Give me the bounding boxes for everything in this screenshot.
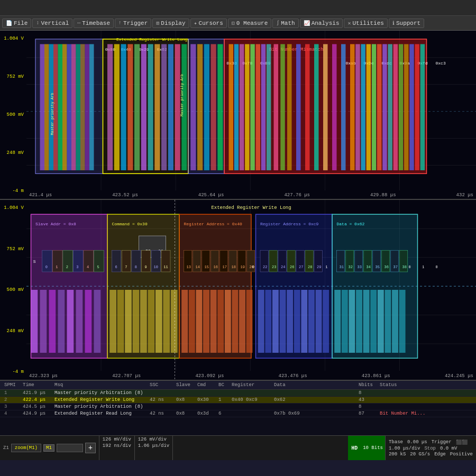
- svg-rect-33: [134, 44, 140, 170]
- svg-rect-145: [133, 290, 140, 353]
- tbase-value: 0.00 μs: [407, 440, 427, 445]
- svg-text:Data = 0x62: Data = 0x62: [337, 222, 365, 226]
- svg-rect-149: [163, 290, 170, 353]
- status-bar: Z1 zoom(M1) M1 + 126 mV/div 192 ns/div 1…: [0, 435, 476, 460]
- y-label-l3: 500 mV: [1, 287, 25, 292]
- svg-rect-65: [267, 44, 271, 170]
- menu-cursors[interactable]: ✦ Cursors: [190, 19, 227, 28]
- measure-icon: ⊡: [232, 20, 235, 26]
- menu-math[interactable]: ∫ Math: [272, 19, 298, 28]
- svg-rect-35: [148, 44, 153, 170]
- svg-text:Master priority Arb: Master priority Arb: [180, 74, 184, 116]
- row2-time: 422.4 μs: [21, 397, 52, 402]
- row4-cmd: 0x3d: [195, 411, 216, 416]
- menu-display[interactable]: ⊞ Display: [152, 19, 189, 28]
- y-label-2: 752 mV: [1, 74, 25, 79]
- upper-x-axis: 421.4 μs 423.52 μs 425.64 μs 427.76 μs 4…: [26, 193, 476, 198]
- zoom-section: Z1 zoom(M1) M1 +: [0, 436, 99, 460]
- sample-rate2: 20 GS/s: [410, 452, 430, 457]
- row2-reg: 0x40 0xc9: [230, 397, 272, 402]
- svg-rect-148: [155, 290, 162, 353]
- svg-rect-118: [31, 290, 38, 353]
- top-bar: [0, 0, 476, 16]
- svg-rect-88: [420, 44, 425, 170]
- svg-text:11: 11: [163, 265, 168, 269]
- svg-rect-199: [280, 290, 286, 353]
- svg-text:0: 0: [45, 265, 48, 269]
- row2-bc: 1: [216, 397, 230, 402]
- svg-text:19: 19: [241, 265, 245, 269]
- svg-rect-37: [161, 44, 167, 170]
- menu-analysis[interactable]: 📈 Analysis: [300, 19, 343, 28]
- y-label-l1: 1.004 V: [1, 205, 25, 210]
- row3-msg: Master priority Arbitration (8): [52, 404, 148, 409]
- svg-rect-227: [349, 290, 355, 353]
- svg-rect-175: [225, 290, 231, 353]
- svg-text:28: 28: [308, 265, 312, 269]
- svg-rect-21: [80, 44, 85, 170]
- svg-rect-59: [234, 44, 239, 170]
- menu-timebase[interactable]: ↔ Timebase: [74, 19, 114, 28]
- svg-rect-229: [363, 290, 370, 353]
- svg-text:16: 16: [214, 265, 218, 269]
- svg-rect-150: [171, 290, 178, 353]
- svg-rect-172: [203, 290, 209, 353]
- svg-rect-34: [141, 44, 147, 170]
- svg-rect-142: [109, 290, 116, 353]
- row2-num: 2: [2, 397, 21, 402]
- svg-rect-63: [256, 44, 261, 170]
- zoom-label: Z1: [3, 445, 9, 451]
- table-row[interactable]: 1 421.9 μs Master priority Arbitration (…: [0, 390, 476, 397]
- col-time: Time: [21, 382, 52, 388]
- svg-text:29: 29: [317, 265, 321, 269]
- svg-rect-201: [294, 290, 300, 353]
- svg-rect-177: [239, 290, 245, 353]
- svg-rect-169: [181, 290, 188, 353]
- zoom-input: [57, 444, 83, 452]
- ch2-div1: 126 mV/div: [138, 437, 169, 442]
- trigger-mode: Stop: [424, 446, 436, 451]
- svg-text:0: 0: [409, 265, 411, 269]
- menu-utilities[interactable]: ✕ Utilities: [344, 19, 387, 28]
- menu-trigger[interactable]: ↑ Trigger: [115, 19, 151, 28]
- svg-rect-84: [399, 44, 404, 170]
- menu-support[interactable]: ℹ Support: [389, 19, 424, 28]
- y-label-3: 500 mV: [1, 112, 25, 117]
- lower-x-axis: 422.323 μs 422.707 μs 423.092 μs 423.476…: [26, 373, 476, 379]
- svg-rect-58: [229, 44, 234, 170]
- analysis-icon: 📈: [304, 20, 310, 26]
- channel-1-info: 126 mV/div 192 ns/div: [103, 437, 131, 448]
- row2-slave: 0x8: [174, 397, 195, 402]
- svg-rect-69: [296, 44, 301, 170]
- svg-rect-230: [370, 290, 377, 353]
- svg-rect-205: [323, 290, 329, 353]
- hd-badge: HD: [348, 436, 361, 460]
- row4-nbits: 87: [356, 411, 378, 416]
- svg-rect-234: [399, 290, 406, 353]
- row4-data: 0x7b 0x69: [272, 411, 356, 416]
- menu-vertical[interactable]: ↕ Vertical: [32, 19, 72, 28]
- table-row[interactable]: 3 424.5 μs Master priority Arbitration (…: [0, 404, 476, 410]
- svg-rect-42: [190, 44, 196, 170]
- svg-rect-122: [67, 290, 74, 353]
- add-channel-button[interactable]: +: [85, 443, 96, 453]
- svg-rect-64: [261, 44, 266, 170]
- x-label-l2: 422.707 μs: [112, 373, 141, 379]
- x-label-l3: 423.092 μs: [195, 373, 224, 379]
- table-row[interactable]: 2 422.4 μs Extended Register Write Long …: [0, 397, 476, 404]
- x-label-u4: 427.76 μs: [284, 193, 310, 198]
- svg-rect-43: [197, 44, 203, 170]
- svg-text:6: 6: [115, 265, 117, 269]
- svg-rect-233: [392, 290, 398, 353]
- y-label-5: -4 m: [1, 188, 25, 194]
- table-row[interactable]: 4 424.9 μs Extended Register Read Long 4…: [0, 410, 476, 417]
- col-ssc: SSC: [148, 382, 174, 388]
- svg-text:8: 8: [135, 265, 137, 269]
- menu-measure[interactable]: ⊡ 0 Measure: [228, 19, 271, 28]
- math-icon: ∫: [276, 20, 279, 26]
- y-label-1: 1.004 V: [1, 36, 25, 41]
- menu-file[interactable]: 📄 File: [2, 19, 31, 28]
- svg-rect-174: [217, 290, 224, 353]
- svg-text:23: 23: [272, 265, 276, 269]
- time-div: 1.00 μs/div: [389, 446, 420, 451]
